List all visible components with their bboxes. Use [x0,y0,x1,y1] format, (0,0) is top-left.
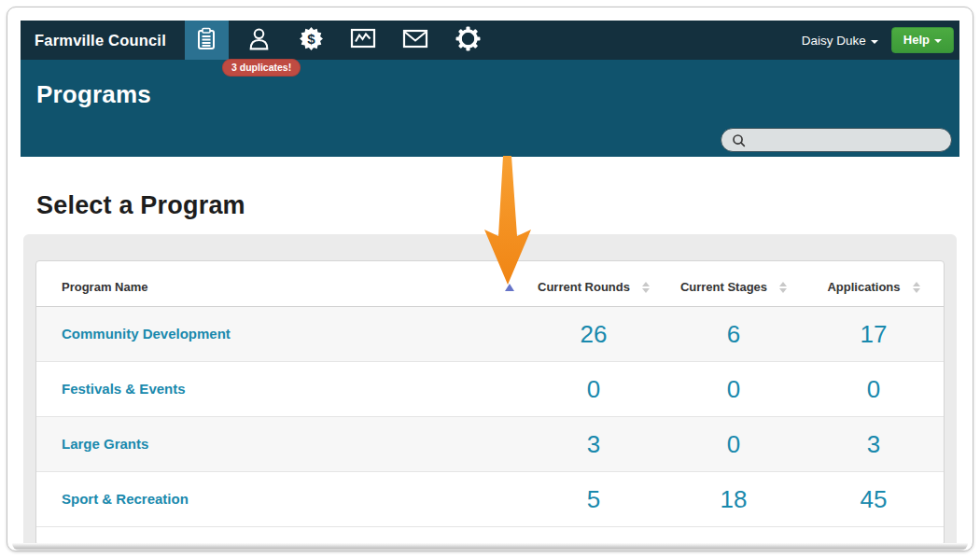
person-icon [246,26,272,55]
current-rounds-value: 0 [524,362,664,417]
help-button-label: Help [903,33,930,47]
current-stages-value: 0 [664,362,804,417]
page-title: Programs [21,60,959,109]
program-link[interactable]: Sport & Recreation [62,491,189,507]
search-icon [731,133,747,148]
table-row: Sport & Recreation 5 18 45 [36,472,944,527]
column-label: Program Name [62,280,147,294]
current-stages-value: 18 [664,472,804,527]
nav-tab-mail[interactable] [394,21,438,60]
column-label: Current Stages [680,280,767,294]
nav-tab-contacts[interactable] [237,21,281,60]
column-header-current-stages[interactable]: Current Stages [664,261,804,307]
table-row: Community Development 26 6 17 [36,307,944,362]
applications-value: 17 [804,307,944,362]
program-table-body: Community Development 26 6 17 Festivals … [36,307,944,527]
svg-text:$: $ [307,30,315,46]
navbar-right: Daisy Duke Help [802,21,959,60]
top-navbar: Farmville Council [21,21,959,60]
page-content: Farmville Council [7,7,973,551]
help-button[interactable]: Help [891,27,954,53]
table-panel: Program Name Current Rounds [23,234,957,551]
app-window: Farmville Council [7,7,973,551]
applications-value: 0 [804,362,944,417]
line-chart-icon [350,26,376,54]
dollar-burst-icon: $ [299,26,324,55]
current-rounds-value: 5 [524,472,664,527]
nav-tab-programs[interactable] [185,21,229,60]
navbar-icon-menu: $ [185,21,498,60]
current-stages-value: 0 [664,417,804,472]
chevron-down-icon [871,40,878,44]
current-stages-value: 6 [664,307,804,362]
brand-title: Farmville Council [21,21,185,60]
applications-value: 3 [804,417,944,472]
program-table-card: Program Name Current Rounds [35,260,945,546]
column-header-current-rounds[interactable]: Current Rounds [524,261,664,307]
window-bottom-edge [12,543,968,551]
column-header-program-name[interactable]: Program Name [36,261,524,307]
chevron-down-icon [934,39,942,43]
sort-arrows-icon [779,282,787,293]
program-link[interactable]: Festivals & Events [62,381,186,397]
envelope-icon [402,27,428,53]
program-link[interactable]: Large Grants [62,436,148,452]
program-link[interactable]: Community Development [62,326,231,342]
user-menu[interactable]: Daisy Duke [802,34,878,48]
search-box [721,128,952,152]
table-header-row: Program Name Current Rounds [36,261,944,307]
gear-icon [455,26,481,55]
table-row: Festivals & Events 0 0 0 [36,362,944,417]
program-table: Program Name Current Rounds [36,261,944,527]
user-menu-label: Daisy Duke [802,34,866,48]
section-heading: Select a Program [36,191,959,220]
sort-arrows-icon [913,282,920,293]
applications-value: 45 [804,472,944,527]
nav-tab-finance[interactable]: $ [289,21,333,60]
sort-arrows-icon [642,282,650,293]
nav-tab-reports[interactable] [342,21,385,60]
column-header-applications[interactable]: Applications [804,261,944,307]
column-label: Current Rounds [538,280,630,294]
current-rounds-value: 26 [524,307,664,362]
sort-ascending-icon [505,284,514,291]
clipboard-icon [194,26,218,55]
duplicates-badge[interactable]: 3 duplicates! [222,59,301,77]
column-label: Applications [827,280,900,294]
table-row: Large Grants 3 0 3 [36,417,944,472]
nav-tab-settings[interactable] [446,21,490,60]
page-header-band: Programs [21,60,959,157]
search-input[interactable] [752,133,942,147]
current-rounds-value: 3 [524,417,664,472]
